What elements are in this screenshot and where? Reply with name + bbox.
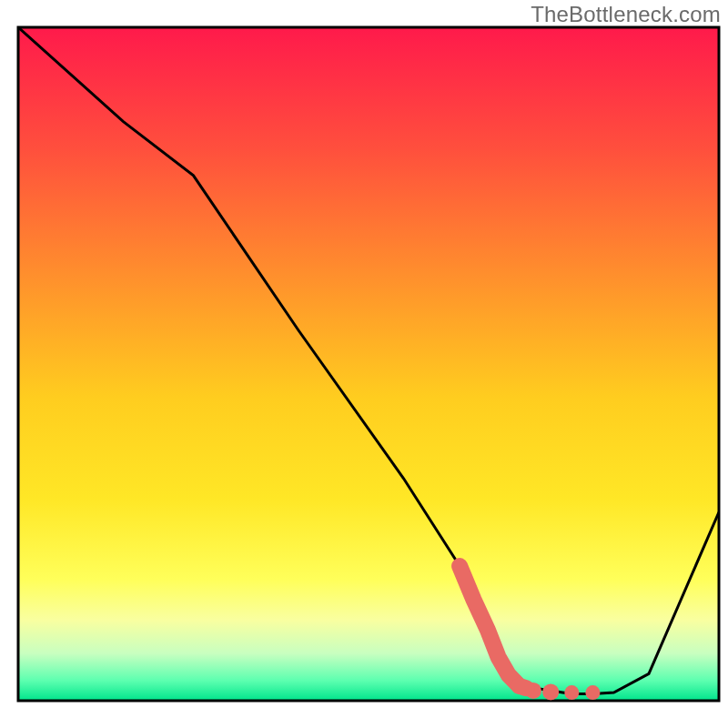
- chart-container: { "watermark": "TheBottleneck.com", "gra…: [0, 0, 728, 728]
- optimal-range-dot: [564, 685, 579, 700]
- gradient-background: [18, 27, 719, 701]
- watermark-text: TheBottleneck.com: [531, 2, 721, 27]
- bottleneck-chart: [0, 0, 728, 728]
- optimal-range-dot: [542, 683, 559, 700]
- optimal-range-dot: [585, 685, 600, 700]
- optimal-range-tail: [520, 686, 527, 689]
